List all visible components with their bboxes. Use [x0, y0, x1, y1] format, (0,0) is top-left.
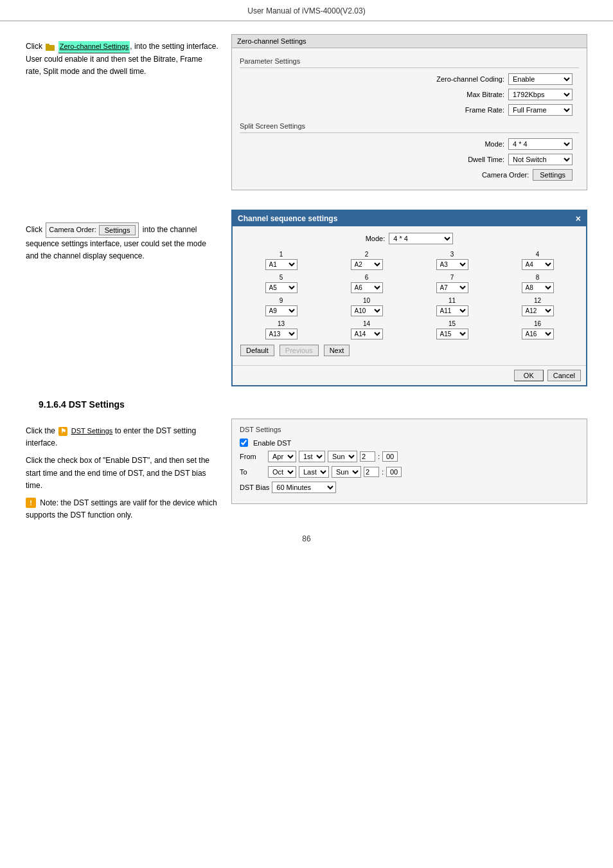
channel-cell-12: 12A12: [497, 297, 578, 316]
max-bitrate-select[interactable]: 1792Kbps: [508, 89, 573, 100]
max-bitrate-label: Max Bitrate:: [427, 91, 504, 98]
from-min: 00: [382, 451, 398, 462]
folder-icon: [46, 43, 55, 51]
channel-select-10[interactable]: A10: [351, 305, 383, 316]
dst-warning-text: Note: the DST settings are valif for the…: [26, 498, 217, 520]
page-footer: 86: [26, 534, 587, 543]
channel-select-14[interactable]: A14: [351, 329, 383, 339]
from-row: From Apr 1st Sun : 00: [240, 451, 579, 462]
section2-right: Channel sequence settings × Mode: 4 * 4 …: [231, 210, 587, 386]
channel-cell-7: 7A7: [411, 274, 493, 293]
zero-channel-coding-row: Zero-channel Coding: Enable: [240, 73, 579, 85]
channel-select-7[interactable]: A7: [436, 282, 468, 293]
frame-rate-label: Frame Rate:: [427, 106, 504, 114]
channel-cell-1: 1A1: [240, 251, 322, 270]
from-month-select[interactable]: Apr: [268, 451, 296, 462]
from-label: From: [240, 453, 265, 460]
channel-select-11[interactable]: A11: [436, 305, 468, 316]
channel-cell-13: 13A13: [240, 320, 322, 339]
dst-bias-select[interactable]: 60 Minutes: [272, 482, 336, 493]
dwell-time-row: Dwell Time: Not Switch: [240, 154, 579, 165]
channel-select-1[interactable]: A1: [265, 259, 298, 270]
section2-left: Click Camera Order: Settings into the ch…: [26, 210, 218, 386]
channel-select-3[interactable]: A3: [436, 259, 468, 270]
click-label-2: Click: [26, 225, 42, 234]
dialog-nav: Default Previous Next: [240, 345, 578, 356]
camera-order-inline: Camera Order: Settings: [46, 222, 139, 238]
dwell-time-select[interactable]: Not Switch: [508, 154, 573, 165]
dialog-mode-select[interactable]: 4 * 4: [389, 233, 453, 244]
close-icon[interactable]: ×: [576, 213, 581, 224]
channel-select-12[interactable]: A12: [522, 305, 554, 316]
channel-select-13[interactable]: A13: [265, 329, 298, 339]
channel-select-2[interactable]: A2: [351, 259, 383, 270]
channel-cell-5: 5A5: [240, 274, 322, 293]
to-label: To: [240, 468, 265, 476]
channel-cell-10: 10A10: [326, 297, 407, 316]
to-month-select[interactable]: Oct: [268, 466, 296, 478]
camera-order-label: Camera Order:: [452, 171, 529, 179]
to-hour-input[interactable]: [364, 467, 379, 477]
previous-btn[interactable]: Previous: [280, 345, 319, 356]
to-min: 00: [386, 467, 402, 477]
channel-select-8[interactable]: A8: [522, 282, 554, 293]
to-row: To Oct Last Sun : 00: [240, 466, 579, 478]
channel-select-16[interactable]: A16: [522, 329, 554, 339]
max-bitrate-row: Max Bitrate: 1792Kbps: [240, 89, 579, 100]
channel-select-5[interactable]: A5: [265, 282, 298, 293]
from-week-select[interactable]: 1st: [299, 451, 325, 462]
default-btn[interactable]: Default: [240, 345, 274, 356]
mode-row: Mode: 4 * 4: [240, 138, 579, 150]
channel-num-2: 2: [365, 251, 369, 258]
channel-cell-15: 15A15: [411, 320, 493, 339]
mode-select[interactable]: 4 * 4: [508, 138, 573, 150]
section1-left: Click Zero-channel Settings, into the se…: [26, 34, 218, 197]
zero-channel-coding-select[interactable]: Enable: [508, 73, 573, 85]
dst-section: 9.1.6.4 DST Settings Click the ⚑ DST Set…: [26, 399, 587, 521]
enable-dst-checkbox[interactable]: [240, 439, 248, 447]
dst-bias-row: DST Bias 60 Minutes: [240, 482, 579, 493]
camera-order-settings-btn[interactable]: Settings: [533, 169, 573, 181]
frame-rate-select[interactable]: Full Frame: [508, 104, 573, 116]
channel-select-4[interactable]: A4: [522, 259, 554, 270]
channel-num-13: 13: [278, 320, 285, 327]
from-day-select[interactable]: Sun: [328, 451, 357, 462]
dst-right: DST Settings Enable DST From Apr 1st: [231, 419, 587, 521]
to-week-select[interactable]: Last: [299, 466, 329, 478]
channel-num-4: 4: [536, 251, 540, 258]
settings-inline-btn[interactable]: Settings: [99, 225, 136, 235]
zero-channel-link[interactable]: Zero-channel Settings: [58, 41, 130, 53]
channel-cell-3: 3A3: [411, 251, 493, 270]
channel-num-11: 11: [449, 297, 456, 304]
dialog-title-bar: Channel sequence settings ×: [233, 211, 586, 226]
ok-btn[interactable]: OK: [514, 370, 544, 381]
dialog-mode-label: Mode:: [366, 235, 386, 242]
from-hour-input[interactable]: [360, 451, 375, 462]
channel-num-10: 10: [363, 297, 370, 304]
channel-select-9[interactable]: A9: [265, 305, 298, 316]
channel-num-15: 15: [449, 320, 456, 327]
section2: Click Camera Order: Settings into the ch…: [26, 210, 587, 386]
enable-dst-label: Enable DST: [253, 439, 291, 447]
header-title: User Manual of iVMS-4000(V2.03): [247, 6, 365, 15]
parameter-section-label: Parameter Settings: [240, 57, 579, 65]
dst-icon: ⚑: [58, 427, 67, 436]
cancel-btn[interactable]: Cancel: [547, 370, 581, 381]
camera-order-inline-label: Camera Order:: [49, 224, 96, 236]
zero-channel-coding-label: Zero-channel Coding:: [427, 75, 504, 83]
dst-panel: DST Settings Enable DST From Apr 1st: [231, 419, 587, 504]
camera-order-row: Camera Order: Settings: [240, 169, 579, 181]
section1-right: Zero-channel Settings Parameter Settings…: [231, 34, 587, 197]
channel-select-15[interactable]: A15: [436, 329, 468, 339]
click-label-1: Click: [26, 42, 42, 51]
channel-num-3: 3: [450, 251, 454, 258]
channel-select-6[interactable]: A6: [351, 282, 383, 293]
zero-channel-panel-title: Zero-channel Settings: [232, 35, 587, 48]
next-btn[interactable]: Next: [324, 345, 350, 356]
channel-num-8: 8: [536, 274, 540, 281]
to-day-select[interactable]: Sun: [332, 466, 361, 478]
channel-cell-11: 11A11: [411, 297, 493, 316]
channel-num-7: 7: [450, 274, 454, 281]
dst-link[interactable]: DST Settings: [71, 427, 113, 435]
section1: Click Zero-channel Settings, into the se…: [26, 34, 587, 197]
